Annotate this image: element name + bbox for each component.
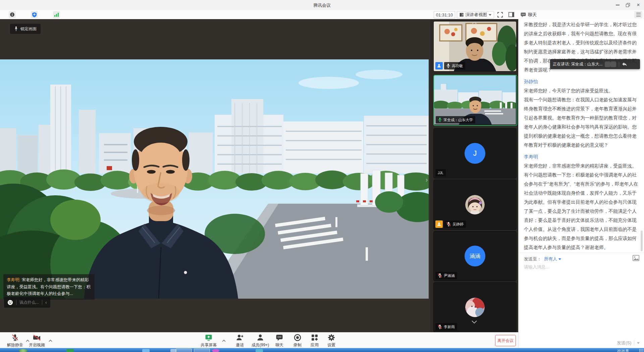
taskbar-icon[interactable] bbox=[66, 349, 74, 352]
video-thumbnail[interactable]: 吴静婷 bbox=[433, 180, 517, 230]
taskbar-clock: 20:26 周 bbox=[617, 349, 629, 352]
taskbar-icon[interactable] bbox=[212, 349, 219, 352]
send-button-label[interactable]: 发送(S) bbox=[617, 340, 631, 346]
divider bbox=[42, 300, 42, 305]
video-thumbnail[interactable]: J JJL bbox=[433, 128, 517, 179]
start-video-button[interactable]: 开启视频 bbox=[23, 334, 51, 348]
lock-view-label: 锁定画面 bbox=[20, 26, 37, 32]
windows-taskbar: 20:26 周 bbox=[0, 348, 644, 352]
window-title: 腾讯会议 bbox=[0, 2, 644, 8]
participant-name: 宋全成：山东大学 bbox=[443, 117, 473, 122]
collapse-chevron-icon[interactable]: ‹ bbox=[45, 300, 47, 305]
lock-view-button[interactable]: 锁定画面 bbox=[10, 24, 41, 34]
hand-raised-badge bbox=[435, 220, 443, 228]
chat-panel-header: 聊天 bbox=[521, 12, 537, 18]
chat-bubble-icon bbox=[521, 12, 526, 17]
sidebar-collapse-handle[interactable]: › bbox=[423, 172, 430, 187]
caption-overlay: 李寿明: 宋老师您好，非常感谢您带来的精彩讲座，受益匪浅。有个问题想请教一下您：… bbox=[3, 274, 95, 300]
chat-message: 宋老师您好，非常感谢您带来的精彩讲座，受益匪浅。有个问题想请教一下您：积极老龄化… bbox=[519, 161, 644, 252]
members-icon bbox=[256, 334, 264, 342]
send-options-chevron[interactable] bbox=[637, 342, 640, 344]
send-to-value: 所有人 bbox=[544, 256, 557, 262]
speaking-toast: 正在讲话: 宋全成：山东大... bbox=[550, 59, 640, 69]
reaction-placeholder bbox=[605, 61, 610, 67]
participants-sidebar: 高功敬 bbox=[430, 19, 518, 332]
chat-message: 我有一个问题想请教您：在我国人口老龄化加速发展与终身教育理念不断推进的背景下，老… bbox=[519, 95, 644, 150]
restore-icon bbox=[626, 3, 630, 7]
network-signal-icon[interactable] bbox=[53, 11, 60, 18]
camera-muted-icon bbox=[33, 334, 41, 342]
video-thumbnail-active-speaker[interactable]: 宋全成：山东大学 bbox=[433, 75, 517, 126]
send-to-row: 发送至： 所有人 bbox=[524, 256, 561, 262]
taskbar-icon[interactable] bbox=[256, 349, 263, 352]
invite-icon bbox=[236, 334, 244, 342]
participant-name-chip: 高功敬 bbox=[444, 62, 465, 69]
send-image-button[interactable] bbox=[633, 255, 640, 262]
view-mode-label: 演讲者视图 bbox=[465, 12, 487, 18]
caption-speaker: 李寿明: bbox=[7, 278, 20, 282]
settings-label: 设置 bbox=[317, 342, 345, 348]
participant-name: 尹涵涵 bbox=[444, 273, 455, 278]
scroll-up-button[interactable] bbox=[468, 20, 481, 26]
taskbar-icon[interactable] bbox=[142, 349, 150, 352]
toolbar: 解除静音 开启视频 bbox=[0, 332, 518, 348]
settings-button[interactable]: 设置 bbox=[317, 334, 345, 348]
video-options-chevron[interactable] bbox=[49, 337, 53, 341]
hand-raised-badge bbox=[435, 62, 443, 69]
chat-sender: 李寿明 bbox=[519, 152, 644, 161]
chat-panel-title: 聊天 bbox=[528, 12, 537, 18]
maximize-button[interactable] bbox=[622, 0, 634, 10]
meeting-window: 腾讯会议 × 01:31:10 演讲者视图 bbox=[0, 0, 644, 352]
fullscreen-button[interactable] bbox=[496, 11, 504, 18]
send-button[interactable]: 发送(S) bbox=[617, 340, 640, 346]
mic-muted-icon bbox=[438, 273, 442, 278]
divider bbox=[519, 253, 644, 253]
avatar-text-label: 涵涵 bbox=[470, 253, 480, 260]
share-screen-icon bbox=[205, 334, 213, 342]
participant-name-chip: JJL bbox=[435, 169, 446, 177]
show-desktop-button[interactable] bbox=[639, 349, 644, 352]
avatar-photo bbox=[465, 195, 485, 214]
quick-chat-placeholder[interactable]: 说点什么... bbox=[19, 300, 39, 305]
participant-name: 高功敬 bbox=[452, 63, 463, 68]
reply-arrow-icon[interactable] bbox=[622, 62, 627, 66]
divider bbox=[634, 340, 634, 346]
emoji-icon[interactable] bbox=[7, 300, 13, 305]
meeting-timer: 01:31:10 bbox=[434, 11, 455, 18]
mic-muted-icon bbox=[11, 334, 19, 342]
layout-toggle-button[interactable] bbox=[507, 11, 515, 18]
person-icon bbox=[437, 63, 441, 68]
mic-on-icon bbox=[446, 63, 450, 68]
quick-chat-pill[interactable]: 说点什么... ‹ bbox=[4, 297, 50, 308]
taskbar-app-button[interactable] bbox=[194, 349, 210, 352]
mic-speaking-icon bbox=[438, 117, 442, 122]
avatar-photo bbox=[465, 298, 485, 317]
close-button[interactable]: × bbox=[633, 0, 644, 10]
leave-meeting-button[interactable]: 离开会议 bbox=[495, 335, 516, 346]
share-screen-label: 共享屏幕 bbox=[195, 342, 223, 348]
send-to-selector[interactable]: 所有人 bbox=[544, 256, 561, 262]
share-screen-button[interactable]: 共享屏幕 bbox=[195, 334, 223, 348]
view-mode-button[interactable]: 演讲者视图 bbox=[457, 11, 494, 18]
chat-sender: 孙静怡 bbox=[519, 77, 644, 86]
video-thumbnail[interactable]: 李新雨 bbox=[433, 282, 517, 333]
message-input[interactable] bbox=[523, 264, 635, 270]
avatar-text: 涵涵 bbox=[465, 246, 485, 266]
participant-name-chip: 李新雨 bbox=[435, 323, 457, 331]
video-thumbnail[interactable]: 涵涵 尹涵涵 bbox=[433, 231, 517, 281]
mic-muted-icon bbox=[438, 324, 442, 329]
speaker-view-icon bbox=[460, 13, 464, 17]
send-to-label: 发送至： bbox=[524, 256, 541, 262]
taskbar-app-button[interactable] bbox=[176, 349, 192, 352]
divider bbox=[619, 62, 619, 67]
security-shield-icon[interactable] bbox=[31, 11, 38, 18]
scroll-down-button[interactable] bbox=[468, 319, 481, 325]
titlebar: 腾讯会议 × bbox=[0, 0, 644, 10]
video-thumbnail[interactable]: 高功敬 bbox=[433, 21, 517, 71]
meeting-info-icon[interactable] bbox=[9, 11, 16, 18]
minimize-button[interactable] bbox=[612, 0, 623, 10]
chat-menu-button[interactable] bbox=[634, 11, 642, 18]
chat-scrollbar[interactable] bbox=[641, 231, 643, 251]
chevron-down-icon bbox=[558, 258, 561, 260]
start-orb[interactable] bbox=[19, 349, 28, 352]
